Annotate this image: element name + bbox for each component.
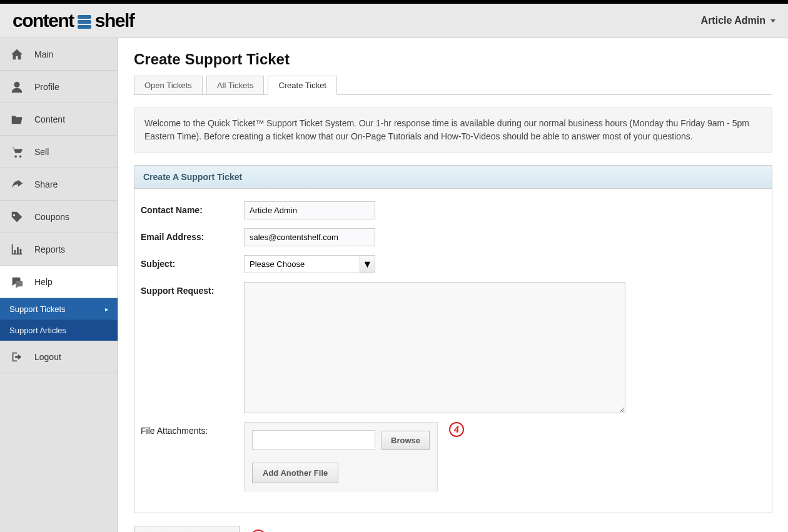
sidebar-sub-support-tickets[interactable]: Support Tickets ▸ (0, 298, 118, 319)
svg-point-1 (14, 155, 17, 158)
sidebar-help-submenu: Support Tickets ▸ Support Articles (0, 298, 118, 341)
attachment-box: Browse Add Another File (244, 422, 438, 491)
cart-icon (9, 145, 24, 159)
panel-header: Create A Support Ticket (134, 166, 772, 189)
sidebar: Main Profile Content Sell Share (0, 38, 118, 532)
submit-row: Create Support Ticket 5 (134, 526, 772, 532)
svg-point-0 (14, 81, 19, 87)
caret-down-icon (770, 19, 775, 23)
sidebar-item-content[interactable]: Content (0, 103, 118, 136)
svg-point-2 (19, 155, 22, 158)
sidebar-item-sell[interactable]: Sell (0, 136, 118, 168)
folder-open-icon (9, 113, 24, 126)
info-message: Welcome to the Quick Ticket™ Support Tic… (134, 108, 772, 153)
contact-name-input[interactable] (244, 201, 375, 219)
subject-selected-value[interactable] (244, 255, 360, 273)
sidebar-item-logout[interactable]: Logout (0, 341, 118, 373)
row-email: Email Address: (141, 228, 765, 246)
support-request-textarea[interactable] (244, 282, 625, 413)
share-icon (9, 178, 24, 191)
step-circle-4: 4 (449, 422, 464, 437)
caret-down-icon: ▼ (363, 259, 373, 270)
content-area: Create Support Ticket Open Tickets All T… (118, 38, 788, 532)
subject-label: Subject: (141, 255, 244, 269)
sidebar-sub-support-articles[interactable]: Support Articles (0, 319, 118, 341)
row-subject: Subject: ▼ (141, 255, 765, 273)
subject-select[interactable]: ▼ (244, 255, 375, 273)
sidebar-item-label: Content (34, 114, 65, 124)
panel-body: Contact Name: Email Address: Subject: ▼ (134, 189, 772, 513)
support-request-label: Support Request: (141, 282, 244, 296)
sidebar-item-label: Help (34, 277, 53, 287)
sidebar-item-share[interactable]: Share (0, 168, 118, 201)
sidebar-item-label: Profile (34, 82, 59, 92)
sidebar-sub-label: Support Articles (9, 326, 66, 335)
sidebar-item-label: Logout (34, 352, 61, 362)
contact-name-label: Contact Name: (141, 201, 244, 215)
row-file-attachments: File Attachments: Browse Add Another Fil… (141, 422, 765, 491)
tab-create-ticket[interactable]: Create Ticket (268, 76, 337, 95)
sidebar-item-label: Reports (34, 244, 65, 254)
chat-icon (9, 275, 24, 289)
sidebar-item-label: Main (34, 49, 53, 59)
add-another-file-button[interactable]: Add Another File (252, 463, 338, 483)
tag-icon (9, 210, 24, 224)
row-support-request: Support Request: (141, 282, 765, 413)
browse-button[interactable]: Browse (381, 431, 430, 450)
logout-icon (9, 350, 24, 364)
subject-dropdown-button[interactable]: ▼ (360, 255, 375, 273)
sidebar-item-profile[interactable]: Profile (0, 71, 118, 103)
logo-text-right: shelf (95, 10, 134, 31)
sidebar-item-help[interactable]: Help (0, 266, 118, 298)
bar-chart-icon (9, 243, 24, 256)
row-contact-name: Contact Name: (141, 201, 765, 219)
sidebar-sub-label: Support Tickets (9, 304, 66, 314)
logo-text-left: content (13, 10, 74, 31)
file-attachments-label: File Attachments: (141, 422, 244, 436)
attachment-row: Browse (252, 430, 430, 450)
logo-bars-icon (78, 15, 91, 29)
home-icon (9, 48, 24, 61)
sidebar-item-label: Sell (34, 147, 49, 157)
create-support-ticket-button[interactable]: Create Support Ticket (134, 526, 240, 532)
page-title: Create Support Ticket (134, 51, 772, 68)
email-label: Email Address: (141, 228, 244, 242)
attachment-path-input[interactable] (252, 430, 375, 450)
step-circle-5: 5 (251, 529, 266, 533)
sidebar-item-coupons[interactable]: Coupons (0, 201, 118, 233)
header: content shelf Article Admin (0, 4, 788, 38)
user-icon (9, 80, 24, 94)
sidebar-item-main[interactable]: Main (0, 38, 118, 71)
create-ticket-panel: Create A Support Ticket Contact Name: Em… (134, 165, 772, 513)
chevron-right-icon: ▸ (105, 306, 108, 313)
sidebar-item-label: Coupons (34, 212, 69, 222)
tabs: Open Tickets All Tickets Create Ticket (134, 76, 772, 95)
sidebar-item-label: Share (34, 179, 58, 189)
logo[interactable]: content shelf (13, 10, 134, 31)
layout: Main Profile Content Sell Share (0, 38, 788, 532)
sidebar-item-reports[interactable]: Reports (0, 233, 118, 266)
user-menu-dropdown[interactable]: Article Admin (701, 15, 775, 26)
tab-all-tickets[interactable]: All Tickets (206, 76, 265, 95)
tab-open-tickets[interactable]: Open Tickets (134, 76, 203, 95)
user-menu-label: Article Admin (701, 15, 765, 26)
email-input[interactable] (244, 228, 375, 246)
